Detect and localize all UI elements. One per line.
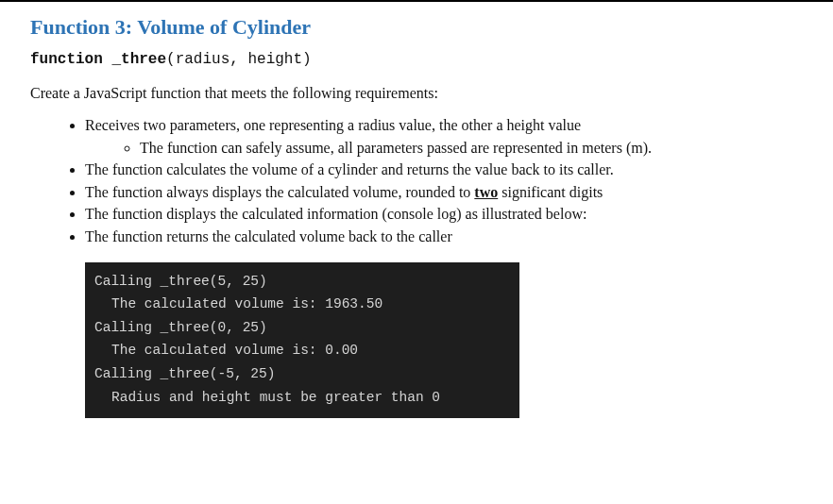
intro-text: Create a JavaScript function that meets …	[30, 85, 803, 102]
console-wrapper: Calling _three(5, 25) The calculated vol…	[30, 262, 803, 419]
requirements-list: Receives two parameters, one representin…	[30, 115, 803, 247]
console-line: Calling _three(0, 25)	[85, 316, 519, 340]
console-line: Calling _three(-5, 25)	[85, 362, 519, 386]
console-line: The calculated volume is: 1963.50	[85, 293, 519, 316]
list-item: The function always displays the calcula…	[85, 182, 803, 203]
keyword-function: function	[30, 51, 103, 68]
list-item: The function calculates the volume of a …	[85, 160, 803, 180]
list-item: The function can safely assume, all para…	[140, 138, 803, 159]
sub-list: The function can safely assume, all para…	[85, 138, 803, 159]
document-page: Function 3: Volume of Cylinder function …	[0, 0, 833, 441]
function-params: (radius, height)	[166, 51, 312, 68]
list-item: The function displays the calculated inf…	[85, 204, 803, 225]
bullet-text: Receives two parameters, one representin…	[85, 117, 581, 133]
console-line: Calling _three(5, 25)	[85, 270, 519, 294]
console-output: Calling _three(5, 25) The calculated vol…	[85, 262, 519, 419]
console-line: The calculated volume is: 0.00	[85, 339, 519, 362]
bullet-text-underline: two	[474, 184, 498, 200]
list-item: The function returns the calculated volu…	[85, 227, 803, 247]
bullet-text-pre: The function always displays the calcula…	[85, 184, 474, 200]
console-line: Radius and height must be greater than 0	[85, 386, 519, 410]
signature-space	[103, 51, 112, 68]
function-name: _three	[111, 51, 166, 68]
list-item: Receives two parameters, one representin…	[85, 115, 803, 158]
bullet-text-post: significant digits	[498, 184, 603, 200]
section-heading: Function 3: Volume of Cylinder	[30, 15, 803, 40]
function-signature: function _three(radius, height)	[30, 51, 803, 68]
